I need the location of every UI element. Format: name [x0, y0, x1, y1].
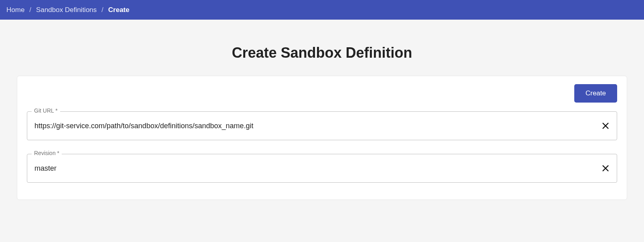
- revision-field: Revision *: [27, 154, 617, 183]
- breadcrumb-item-home[interactable]: Home: [6, 6, 24, 14]
- revision-input[interactable]: [34, 154, 600, 182]
- revision-outline: [27, 154, 617, 183]
- breadcrumb-item-sandbox-definitions[interactable]: Sandbox Definitions: [36, 6, 97, 14]
- form-card: Create Git URL * Revision *: [17, 76, 627, 200]
- breadcrumb-separator: /: [29, 6, 31, 14]
- close-icon[interactable]: [600, 120, 611, 131]
- breadcrumb-separator: /: [101, 6, 103, 14]
- git-url-field: Git URL *: [27, 111, 617, 140]
- page-title: Create Sandbox Definition: [0, 44, 644, 61]
- topbar: Home / Sandbox Definitions / Create: [0, 0, 644, 20]
- breadcrumb: Home / Sandbox Definitions / Create: [6, 6, 129, 14]
- revision-label: Revision *: [32, 150, 62, 156]
- breadcrumb-item-create: Create: [108, 6, 129, 14]
- git-url-label: Git URL *: [32, 107, 60, 114]
- close-icon[interactable]: [600, 163, 611, 174]
- card-actions: Create: [27, 84, 617, 103]
- git-url-input[interactable]: [34, 112, 600, 140]
- git-url-outline: [27, 111, 617, 140]
- create-button[interactable]: Create: [574, 84, 617, 103]
